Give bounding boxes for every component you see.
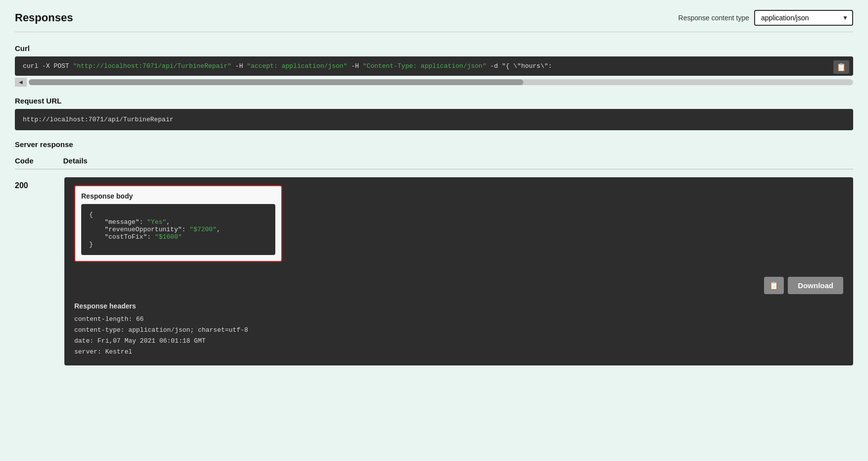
request-url-label: Request URL [15, 97, 853, 105]
header-content-type: content-type: application/json; charset=… [74, 325, 843, 336]
server-response-label: Server response [15, 140, 853, 149]
curl-url: "http://localhost:7071/api/TurbineRepair… [73, 62, 231, 70]
close-brace: } [89, 241, 93, 248]
response-headers-section: Response headers content-length: 66 cont… [74, 302, 843, 358]
comma2: , [216, 226, 220, 233]
curl-scrollbar-row: ◄ [15, 78, 853, 87]
revenue-key: "revenueOpportunity": [89, 226, 190, 233]
curl-text: curl -X POST "http://localhost:7071/api/… [23, 62, 552, 70]
curl-section: Curl curl -X POST "http://localhost:7071… [15, 44, 853, 87]
details-column-header: Details [63, 156, 88, 165]
server-response-section: Server response Code Details 200 Respons… [15, 140, 853, 373]
response-actions: 📋 Download [74, 277, 843, 294]
response-headers-content: content-length: 66 content-type: applica… [74, 314, 843, 358]
content-type-select[interactable]: application/json text/plain text/xml [754, 10, 853, 26]
revenue-value: "$7200" [190, 226, 217, 233]
response-row: 200 Response body { "message": "Yes", "r… [15, 169, 853, 373]
comma1: , [166, 218, 170, 226]
curl-label: Curl [15, 44, 853, 52]
page-title: Responses [15, 11, 73, 24]
request-url-value: http://localhost:7071/api/TurbineRepair [23, 116, 173, 123]
response-body-title: Response body [81, 192, 275, 200]
curl-scrollbar-thumb [29, 79, 523, 85]
content-type-select-wrapper[interactable]: application/json text/plain text/xml [754, 10, 853, 26]
curl-flags: -H "accept: application/json" -H "Conten… [231, 62, 552, 70]
curl-box-wrapper: curl -X POST "http://localhost:7071/api/… [15, 56, 853, 87]
message-key: "message": [89, 218, 147, 226]
response-code: 200 [15, 177, 54, 190]
open-brace: { [89, 211, 93, 218]
download-button[interactable]: Download [788, 277, 843, 294]
message-value: "Yes" [147, 218, 166, 226]
code-column-header: Code [15, 156, 34, 165]
curl-command: curl -X POST [23, 62, 73, 70]
header-content-length: content-length: 66 [74, 314, 843, 325]
cost-value: "$1600" [155, 233, 182, 241]
curl-box: curl -X POST "http://localhost:7071/api/… [15, 56, 853, 76]
responses-header: Responses Response content type applicat… [15, 10, 853, 32]
response-body-code: { "message": "Yes", "revenueOpportunity"… [81, 204, 275, 255]
curl-copy-button[interactable]: 📋 [833, 60, 849, 74]
content-type-selector-group: Response content type application/json t… [678, 10, 853, 26]
response-copy-button[interactable]: 📋 [764, 277, 784, 294]
content-type-label: Response content type [678, 14, 749, 22]
cost-key: "costToFix": [89, 233, 155, 241]
response-body-wrapper: Response body { "message": "Yes", "reven… [74, 185, 843, 272]
response-headers-title: Response headers [74, 302, 843, 310]
curl-scrollbar-track[interactable] [29, 79, 853, 85]
header-date: date: Fri,07 May 2021 06:01:18 GMT [74, 336, 843, 347]
response-details-panel: Response body { "message": "Yes", "reven… [64, 177, 853, 365]
header-server: server: Kestrel [74, 347, 843, 358]
response-body-box: Response body { "message": "Yes", "reven… [74, 185, 282, 262]
code-details-header: Code Details [15, 153, 853, 169]
request-url-box: http://localhost:7071/api/TurbineRepair [15, 109, 853, 130]
curl-scroll-left-button[interactable]: ◄ [15, 78, 27, 87]
response-full-panel: Response body { "message": "Yes", "reven… [64, 177, 853, 365]
request-url-section: Request URL http://localhost:7071/api/Tu… [15, 97, 853, 130]
